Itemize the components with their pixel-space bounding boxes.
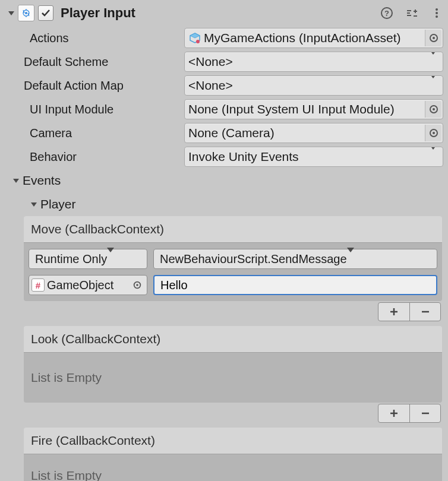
- chevron-down-icon: [430, 78, 437, 93]
- event-header-look: Look (CallbackContext): [24, 326, 442, 352]
- svg-point-12: [433, 37, 435, 39]
- empty-list-text: List is Empty: [31, 371, 102, 384]
- object-picker-icon[interactable]: [425, 125, 441, 141]
- event-header-fire: Fire (CallbackContext): [24, 428, 442, 454]
- actions-value: MyGameActions (InputActionAsset): [204, 31, 400, 45]
- context-menu-icon[interactable]: [430, 7, 443, 20]
- empty-list-text: List is Empty: [31, 469, 102, 481]
- remove-callback-button[interactable]: [409, 303, 440, 321]
- component-foldout[interactable]: [6, 8, 17, 18]
- svg-marker-9: [190, 33, 200, 38]
- object-picker-icon[interactable]: [425, 30, 441, 46]
- svg-marker-0: [8, 11, 14, 15]
- chevron-down-icon: [347, 252, 354, 266]
- default-action-map-dropdown[interactable]: <None>: [184, 75, 443, 96]
- behavior-dropdown[interactable]: Invoke Unity Events: [184, 147, 443, 167]
- svg-marker-18: [31, 202, 37, 207]
- component-title: Player Input: [61, 5, 135, 21]
- svg-point-2: [25, 12, 27, 14]
- camera-label: Camera: [6, 126, 184, 140]
- remove-callback-button[interactable]: [409, 404, 440, 422]
- method-dropdown[interactable]: NewBehaviourScript.SendMessage: [153, 249, 437, 269]
- ui-input-module-label: UI Input Module: [6, 103, 184, 116]
- chevron-down-icon: [430, 150, 437, 164]
- object-picker-icon[interactable]: [129, 277, 146, 293]
- enable-checkbox[interactable]: [38, 5, 53, 21]
- event-header-move: Move (CallbackContext): [24, 216, 442, 242]
- default-action-map-label: Default Action Map: [6, 79, 184, 93]
- target-object-field[interactable]: # GameObject: [29, 275, 147, 295]
- svg-point-7: [436, 15, 438, 18]
- player-foldout[interactable]: [29, 199, 39, 210]
- default-scheme-dropdown[interactable]: <None>: [184, 52, 443, 72]
- ui-input-module-field[interactable]: None (Input System UI Input Module): [184, 99, 443, 119]
- events-label: Events: [23, 173, 61, 188]
- add-callback-button[interactable]: [378, 404, 409, 422]
- help-icon[interactable]: ?: [380, 7, 393, 20]
- actions-field[interactable]: MyGameActions (InputActionAsset): [184, 28, 443, 48]
- actions-label: Actions: [6, 31, 184, 45]
- svg-text:?: ?: [384, 9, 389, 18]
- svg-point-6: [436, 12, 438, 14]
- call-state-dropdown[interactable]: Runtime Only: [29, 249, 147, 269]
- camera-field[interactable]: None (Camera): [184, 123, 443, 143]
- svg-marker-17: [13, 179, 19, 183]
- add-callback-button[interactable]: [378, 303, 409, 321]
- presets-icon[interactable]: [405, 7, 418, 20]
- behavior-label: Behavior: [6, 150, 184, 164]
- asset-icon: [188, 31, 201, 45]
- svg-point-5: [436, 8, 438, 11]
- svg-point-20: [136, 284, 138, 286]
- script-asset-icon: #: [31, 279, 45, 292]
- script-icon: [18, 5, 34, 21]
- string-argument-input[interactable]: [153, 275, 437, 295]
- object-picker-icon[interactable]: [425, 101, 441, 118]
- player-label: Player: [40, 197, 76, 211]
- svg-point-14: [433, 108, 435, 110]
- events-foldout[interactable]: [11, 175, 21, 186]
- chevron-down-icon: [107, 252, 114, 266]
- event-entry: Runtime Only NewBehaviourScript.SendMess…: [29, 248, 437, 296]
- default-scheme-label: Default Scheme: [6, 55, 184, 69]
- chevron-down-icon: [430, 55, 437, 69]
- svg-point-16: [433, 132, 435, 134]
- svg-point-10: [196, 40, 200, 43]
